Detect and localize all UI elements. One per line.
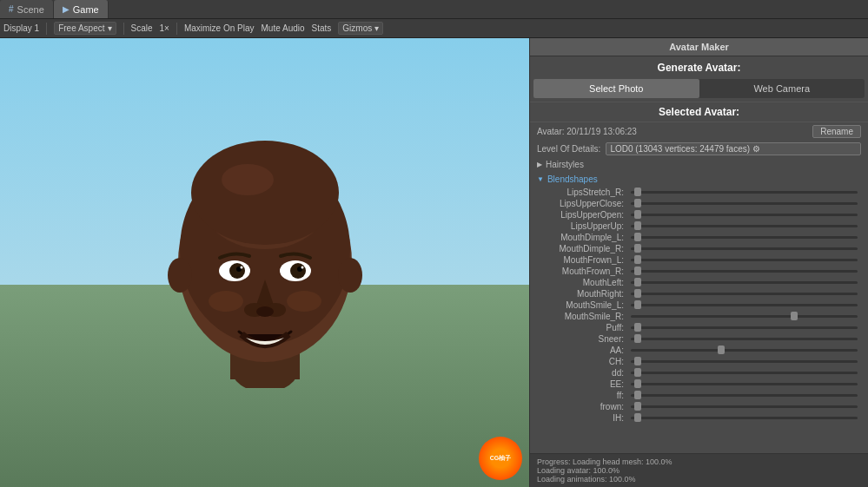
slider-thumb	[634, 357, 641, 365]
slider-thumb	[634, 210, 641, 219]
blendshape-slider[interactable]	[631, 349, 858, 352]
slider-thumb	[634, 402, 641, 411]
blendshape-label: CH:	[537, 357, 624, 366]
blendshape-slider[interactable]	[631, 259, 858, 261]
blendshape-slider[interactable]	[631, 191, 858, 194]
hairstyles-section[interactable]: ▶ Hairstyles	[530, 157, 868, 172]
blendshape-label: MouthSmile_L:	[537, 300, 624, 310]
panel-title: Avatar Maker	[669, 42, 729, 52]
blendshape-slider[interactable]	[631, 417, 858, 419]
aspect-label: Free Aspect	[58, 23, 104, 33]
sep2	[123, 23, 124, 35]
blendshape-slider[interactable]	[631, 360, 858, 363]
maximize-label[interactable]: Maximize On Play	[184, 23, 255, 33]
lod-value: LOD0 (13043 vertices: 24479 faces)	[610, 144, 750, 154]
svg-point-16	[168, 258, 192, 293]
blendshape-label: LipsUpperUp:	[537, 221, 624, 231]
slider-thumb	[634, 255, 641, 264]
select-photo-tab[interactable]: Select Photo	[533, 79, 699, 98]
slider-thumb	[634, 379, 641, 388]
blendshape-slider[interactable]	[631, 338, 858, 340]
display-label: Display 1	[3, 23, 39, 33]
gizmos-dropdown[interactable]: Gizmos ▾	[338, 22, 383, 35]
blendshape-row: MouthDimple_L:	[530, 232, 868, 243]
blendshape-row: MouthRight:	[530, 288, 868, 299]
blendshape-row: LipsUpperClose:	[530, 198, 868, 209]
blendshape-slider[interactable]	[631, 214, 858, 216]
photo-tab-buttons: Select Photo Web Camera	[533, 79, 865, 98]
blendshape-label: LipsStretch_R:	[537, 188, 624, 197]
lod-dropdown[interactable]: LOD0 (13043 vertices: 24479 faces) ⚙	[606, 142, 861, 155]
blendshape-slider[interactable]	[631, 236, 858, 239]
top-tab-bar: # Scene ▶ Game	[0, 0, 868, 19]
blendshape-slider[interactable]	[631, 293, 858, 295]
hairstyles-triangle: ▶	[537, 161, 542, 168]
web-camera-tab[interactable]: Web Camera	[699, 79, 865, 98]
blendshape-row: MouthFrown_L:	[530, 254, 868, 266]
blendshape-slider[interactable]	[631, 405, 858, 408]
blendshape-label: IH:	[537, 413, 624, 423]
blendshapes-section[interactable]: ▼ Blendshapes	[530, 172, 868, 187]
blendshape-slider[interactable]	[631, 225, 858, 227]
blendshapes-label: Blendshapes	[547, 174, 598, 184]
stats-label[interactable]: Stats	[312, 23, 332, 33]
slider-thumb	[634, 300, 641, 309]
blendshape-slider[interactable]	[631, 270, 858, 273]
blendshape-row: Sneer:	[530, 333, 868, 345]
tab-game[interactable]: ▶ Game	[54, 0, 109, 18]
scene-icon: #	[9, 4, 14, 14]
blendshape-label: MouthDimple_R:	[537, 244, 624, 253]
slider-thumb	[634, 391, 641, 399]
slider-thumb	[634, 233, 641, 241]
slider-thumb	[634, 188, 641, 196]
blendshape-row: LipsUpperOpen:	[530, 209, 868, 220]
avatar-head	[143, 110, 387, 388]
slider-thumb	[634, 199, 641, 207]
blendshape-row: MouthSmile_L:	[530, 299, 868, 311]
blendshapes-list[interactable]: LipsStretch_R:LipsUpperClose:LipsUpperOp…	[530, 187, 868, 453]
blendshape-slider[interactable]	[631, 372, 858, 374]
svg-point-18	[209, 291, 243, 312]
blendshape-row: LipsUpperUp:	[530, 220, 868, 232]
mute-label[interactable]: Mute Audio	[262, 23, 305, 33]
slider-thumb	[634, 413, 641, 422]
tab-scene[interactable]: # Scene	[0, 0, 54, 18]
viewport: CG柚子	[0, 38, 529, 487]
slider-thumb	[634, 289, 641, 298]
game-icon: ▶	[63, 4, 70, 14]
blendshape-slider[interactable]	[631, 326, 858, 329]
blendshape-slider[interactable]	[631, 383, 858, 385]
blendshape-slider[interactable]	[631, 304, 858, 306]
tab-game-label: Game	[73, 4, 99, 15]
avatar-info-row: Avatar: 20/11/19 13:06:23 Rename	[530, 122, 868, 141]
gizmos-chevron: ▾	[374, 23, 379, 33]
watermark: CG柚子	[479, 437, 522, 480]
lod-row: Level Of Details: LOD0 (13043 vertices: …	[530, 141, 868, 157]
blendshape-label: LipsUpperOpen:	[537, 210, 624, 220]
slider-thumb	[634, 368, 641, 377]
blendshape-label: MouthSmile_R:	[537, 312, 624, 321]
generate-label: Generate Avatar:	[530, 56, 868, 79]
slider-thumb	[634, 244, 641, 253]
svg-point-11	[240, 266, 242, 268]
main-layout: CG柚子 Avatar Maker Generate Avatar: Selec…	[0, 38, 868, 487]
blendshape-slider[interactable]	[631, 247, 858, 250]
tab-scene-label: Scene	[17, 4, 44, 15]
rename-button[interactable]: Rename	[812, 125, 861, 138]
blendshape-slider[interactable]	[631, 315, 858, 318]
blendshape-label: Puff:	[537, 323, 624, 332]
slider-thumb	[634, 278, 641, 286]
svg-point-17	[338, 258, 362, 293]
blendshape-slider[interactable]	[631, 281, 858, 284]
blendshape-row: EE:	[530, 378, 868, 390]
svg-point-15	[256, 306, 274, 317]
aspect-chevron: ▾	[108, 23, 112, 33]
progress-line2: Loading avatar: 100.0%	[537, 466, 861, 475]
blendshape-slider[interactable]	[631, 394, 858, 397]
right-panel: Avatar Maker Generate Avatar: Select Pho…	[529, 38, 868, 487]
avatar-id: Avatar: 20/11/19 13:06:23	[537, 127, 637, 136]
scale-label: Scale	[131, 23, 153, 33]
blendshape-slider[interactable]	[631, 202, 858, 205]
selected-avatar-label: Selected Avatar:	[530, 102, 868, 122]
aspect-dropdown[interactable]: Free Aspect ▾	[54, 22, 116, 35]
